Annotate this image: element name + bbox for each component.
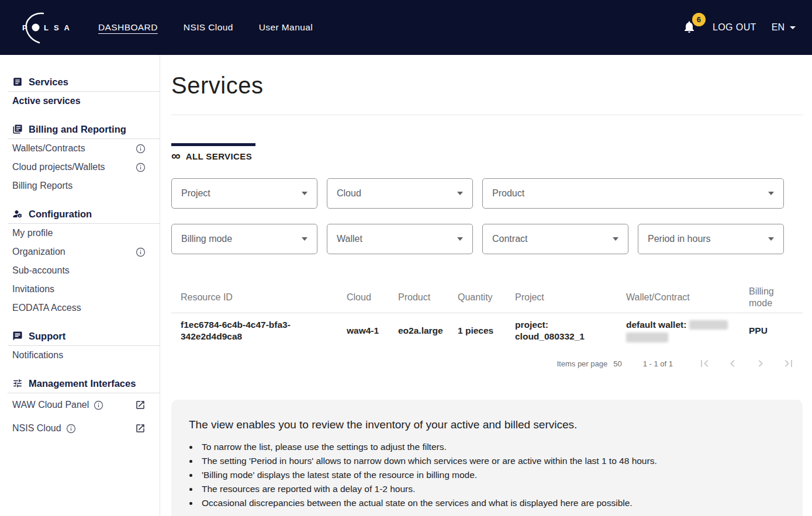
sidebar-item-label: Invitations <box>12 284 54 295</box>
sidebar-section-title: Services <box>29 77 68 88</box>
language-label: EN <box>772 22 785 33</box>
sidebar-item-label: Active services <box>12 96 81 106</box>
column-header-resource-id: Resource ID <box>181 288 347 307</box>
svg-text:LSA: LSA <box>44 23 70 32</box>
library-books-icon <box>12 124 23 134</box>
divider <box>171 115 803 115</box>
redacted-wallet-name <box>626 333 668 342</box>
polsa-logo-icon: P LSA <box>18 11 70 44</box>
dropdown-arrow-icon <box>302 192 307 195</box>
cell-project: project: cloud_080332_1 <box>515 313 626 348</box>
filter-billing-mode[interactable]: Billing mode <box>171 224 317 254</box>
sidebar-section-services: Services Active services <box>0 72 160 110</box>
filter-project[interactable]: Project <box>171 178 317 209</box>
info-icon[interactable] <box>136 247 146 257</box>
tune-icon <box>12 378 23 389</box>
nav-link-user-manual[interactable]: User Manual <box>259 22 313 33</box>
dropdown-arrow-icon <box>613 237 618 241</box>
sidebar-header-support: Support <box>0 327 160 345</box>
sidebar-section-configuration: Configuration My profile Organization Su… <box>0 205 160 317</box>
polsa-logo[interactable]: P LSA <box>18 11 70 44</box>
sidebar-item-sub-accounts[interactable]: Sub-accounts <box>0 261 160 280</box>
info-icon[interactable] <box>136 162 146 172</box>
manage-accounts-icon <box>12 209 23 219</box>
dropdown-arrow-icon <box>457 237 463 241</box>
sidebar-item-invitations[interactable]: Invitations <box>0 280 160 299</box>
table-header-row: Resource ID Cloud Product Quantity Proje… <box>171 282 803 313</box>
sidebar-item-my-profile[interactable]: My profile <box>0 224 160 243</box>
main-content: Services ∞ ALL SERVICES Project Cloud Pr… <box>160 55 812 516</box>
cell-cloud: waw4-1 <box>347 319 398 342</box>
sidebar-item-waw-cloud-panel[interactable]: WAW Cloud Panel <box>0 393 160 417</box>
chevron-left-icon <box>725 356 740 370</box>
items-per-page-select[interactable]: 50 <box>613 359 621 368</box>
sidebar-item-cloud-projects-wallets[interactable]: Cloud projects/Wallets <box>0 158 160 176</box>
sidebar-item-label: NSIS Cloud <box>12 423 61 434</box>
cell-product: eo2a.large <box>398 319 458 342</box>
column-header-quantity: Quantity <box>458 288 515 307</box>
info-icon[interactable] <box>136 144 146 154</box>
info-bullet-list: To narrow the list, please use the setti… <box>189 440 785 510</box>
info-icon[interactable] <box>94 400 103 410</box>
sidebar-header-management-interfaces: Management Interfaces <box>0 374 160 393</box>
last-page-icon <box>782 356 796 370</box>
navbar-right: 6 LOG OUT EN <box>682 20 796 35</box>
sidebar-section-billing: Billing and Reporting Wallets/Contracts … <box>0 120 160 195</box>
sidebar-item-organization[interactable]: Organization <box>0 243 160 261</box>
nav-link-dashboard[interactable]: DASHBOARD <box>98 22 158 33</box>
sidebar-header-configuration: Configuration <box>0 205 160 223</box>
page-title: Services <box>171 72 803 99</box>
sidebar-item-active-services[interactable]: Active services <box>0 92 160 110</box>
filter-label: Wallet <box>337 234 362 244</box>
open-in-new-icon[interactable] <box>135 423 146 434</box>
sidebar: Services Active services Billing and Rep… <box>0 55 160 516</box>
info-icon[interactable] <box>66 424 76 434</box>
sidebar-item-notifications[interactable]: Notifications <box>0 346 160 365</box>
sidebar-item-label: My profile <box>12 228 53 238</box>
column-header-project: Project <box>515 288 626 307</box>
first-page-icon <box>697 356 711 370</box>
last-page-button[interactable] <box>782 356 796 370</box>
nav-link-nsis-cloud[interactable]: NSIS Cloud <box>184 22 233 33</box>
dropdown-arrow-icon <box>302 237 307 241</box>
main-nav: DASHBOARD NSIS Cloud User Manual <box>98 22 313 33</box>
sidebar-section-title: Support <box>29 331 65 342</box>
filter-cloud[interactable]: Cloud <box>327 178 473 209</box>
sidebar-item-label: Wallets/Contracts <box>12 143 85 154</box>
first-page-button[interactable] <box>697 356 711 370</box>
filter-wallet[interactable]: Wallet <box>327 224 473 254</box>
sidebar-item-billing-reports[interactable]: Billing Reports <box>0 176 160 195</box>
cell-resource-id: f1ec6784-6c4b-4c47-bfa3-342e2d4d9ca8 <box>181 313 347 348</box>
sidebar-header-billing: Billing and Reporting <box>0 120 160 138</box>
filter-product[interactable]: Product <box>482 178 784 209</box>
open-in-new-icon[interactable] <box>135 400 146 410</box>
cell-quantity: 1 pieces <box>458 319 515 342</box>
sidebar-item-nsis-cloud[interactable]: NSIS Cloud <box>0 417 160 440</box>
next-page-button[interactable] <box>754 356 768 370</box>
tab-all-services[interactable]: ∞ ALL SERVICES <box>171 143 255 166</box>
sidebar-section-title: Billing and Reporting <box>29 124 126 135</box>
sidebar-item-wallets-contracts[interactable]: Wallets/Contracts <box>0 139 160 158</box>
column-header-cloud: Cloud <box>347 288 398 307</box>
chevron-down-icon <box>790 26 796 29</box>
dropdown-arrow-icon <box>768 237 774 241</box>
sidebar-section-support: Support Notifications <box>0 327 160 365</box>
logout-button[interactable]: LOG OUT <box>713 22 756 33</box>
sidebar-item-label: Billing Reports <box>12 181 72 191</box>
page-range-label: 1 - 1 of 1 <box>643 359 673 368</box>
previous-page-button[interactable] <box>725 356 740 370</box>
filter-label: Contract <box>492 234 527 244</box>
sidebar-item-eodata-access[interactable]: EODATA Access <box>0 299 160 317</box>
svg-text:P: P <box>22 23 27 32</box>
notifications-button[interactable]: 6 <box>682 20 697 35</box>
info-bullet: The setting 'Period in hours' allows to … <box>199 454 785 468</box>
filter-contract[interactable]: Contract <box>482 224 628 254</box>
filter-label: Project <box>181 188 210 199</box>
language-selector[interactable]: EN <box>772 22 796 33</box>
redacted-wallet-name <box>689 320 728 330</box>
filter-period-in-hours[interactable]: Period in hours <box>638 224 784 254</box>
sidebar-section-management-interfaces: Management Interfaces WAW Cloud Panel NS… <box>0 374 160 440</box>
info-bullet: 'Billing mode' displays the latest state… <box>199 468 785 482</box>
sidebar-item-label: Sub-accounts <box>12 265 70 276</box>
sidebar-item-label: Notifications <box>12 350 63 361</box>
